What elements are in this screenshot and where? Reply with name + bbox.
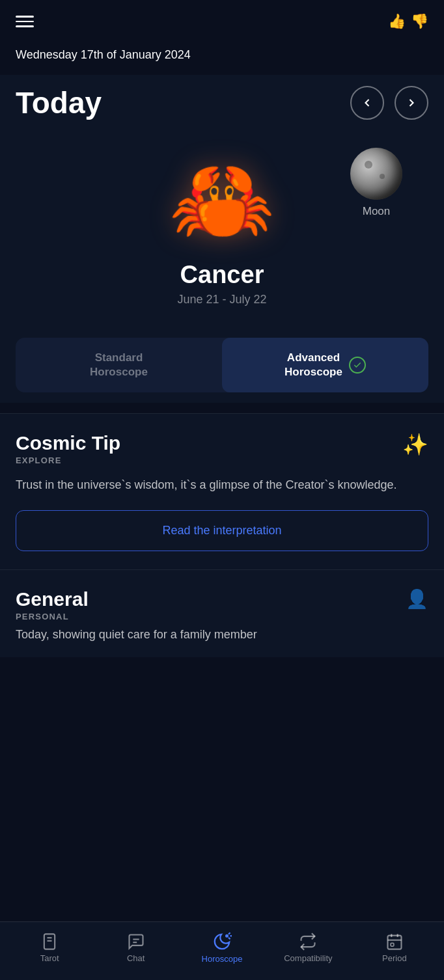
svg-line-6 — [229, 932, 230, 934]
advanced-horoscope-option[interactable]: AdvancedHoroscope — [222, 338, 428, 392]
main-section: Today 🦀 Moon Cancer June 21 - July 22 — [0, 75, 444, 403]
thumbs-down-icon[interactable]: 👎 — [411, 13, 428, 30]
standard-horoscope-option[interactable]: StandardHoroscope — [16, 338, 222, 392]
general-section: General PERSONAL 👤 Today, showing quiet … — [0, 569, 444, 657]
nav-arrows — [350, 86, 428, 120]
cosmic-tip-title: Cosmic Tip — [16, 432, 120, 454]
nav-item-tarot[interactable]: Tarot — [7, 932, 92, 963]
compatibility-label: Compatibility — [284, 953, 332, 963]
moon-container: Moon — [350, 148, 402, 218]
chat-icon — [127, 932, 145, 951]
date-text: Wednesday 17th of January 2024 — [16, 48, 191, 61]
general-subtitle: PERSONAL — [16, 612, 89, 621]
horoscope-label: Horoscope — [202, 954, 243, 964]
person-icon: 👤 — [406, 588, 428, 610]
general-header: General PERSONAL 👤 — [16, 588, 428, 621]
period-label: Period — [382, 953, 407, 963]
nav-item-compatibility[interactable]: Compatibility — [265, 932, 351, 963]
feedback-icons: 👍 👎 — [388, 13, 428, 30]
prev-day-button[interactable] — [350, 86, 384, 120]
cosmic-tip-body: Trust in the universe`s wisdom, it`s a g… — [16, 476, 428, 495]
cosmic-tip-subtitle: EXPLORE — [16, 456, 120, 465]
period-icon — [385, 932, 404, 951]
header-actions: 👍 👎 — [388, 13, 428, 30]
read-interpretation-button[interactable]: Read the interpretation — [16, 510, 428, 551]
moon-image — [350, 148, 402, 200]
zodiac-name: Cancer — [180, 261, 264, 289]
advanced-horoscope-label: AdvancedHoroscope — [284, 351, 342, 379]
cosmic-title-block: Cosmic Tip EXPLORE — [16, 432, 120, 465]
nav-item-period[interactable]: Period — [352, 932, 437, 963]
nav-item-chat[interactable]: Chat — [92, 932, 178, 963]
moon-label: Moon — [363, 205, 391, 218]
today-label: Today — [16, 85, 102, 120]
general-body: Today, showing quiet care for a family m… — [16, 625, 428, 644]
horoscope-icon — [212, 932, 232, 951]
thumbs-up-icon[interactable]: 👍 — [388, 13, 406, 30]
zodiac-container: 🦀 Moon Cancer June 21 - July 22 — [16, 141, 428, 320]
svg-line-8 — [229, 938, 230, 940]
svg-rect-0 — [44, 934, 55, 949]
zodiac-row: 🦀 Moon — [16, 141, 428, 258]
tarot-label: Tarot — [40, 953, 59, 963]
today-nav: Today — [16, 85, 428, 120]
active-check-icon — [349, 357, 366, 374]
chat-label: Chat — [127, 953, 145, 963]
svg-point-5 — [226, 934, 229, 937]
tarot-icon — [40, 932, 59, 951]
svg-rect-13 — [391, 943, 394, 946]
nav-item-horoscope[interactable]: Horoscope — [179, 932, 265, 964]
compatibility-icon — [299, 932, 317, 951]
general-title: General — [16, 588, 89, 610]
crab-image: 🦀 — [163, 141, 281, 258]
horoscope-toggle: StandardHoroscope AdvancedHoroscope — [16, 338, 428, 392]
next-day-button[interactable] — [395, 86, 428, 120]
sparkle-icon: ✨ — [402, 432, 428, 457]
header: 👍 👎 — [0, 0, 444, 38]
bottom-nav: Tarot Chat Horoscope Compatibility — [0, 921, 444, 980]
cosmic-tip-section: Cosmic Tip EXPLORE ✨ Trust in the univer… — [0, 413, 444, 569]
menu-button[interactable] — [16, 16, 34, 27]
svg-rect-9 — [387, 936, 401, 949]
cosmic-header: Cosmic Tip EXPLORE ✨ — [16, 432, 428, 465]
date-section: Wednesday 17th of January 2024 — [0, 38, 444, 75]
general-title-block: General PERSONAL — [16, 588, 89, 621]
standard-horoscope-label: StandardHoroscope — [90, 351, 148, 378]
zodiac-dates: June 21 - July 22 — [177, 293, 266, 306]
